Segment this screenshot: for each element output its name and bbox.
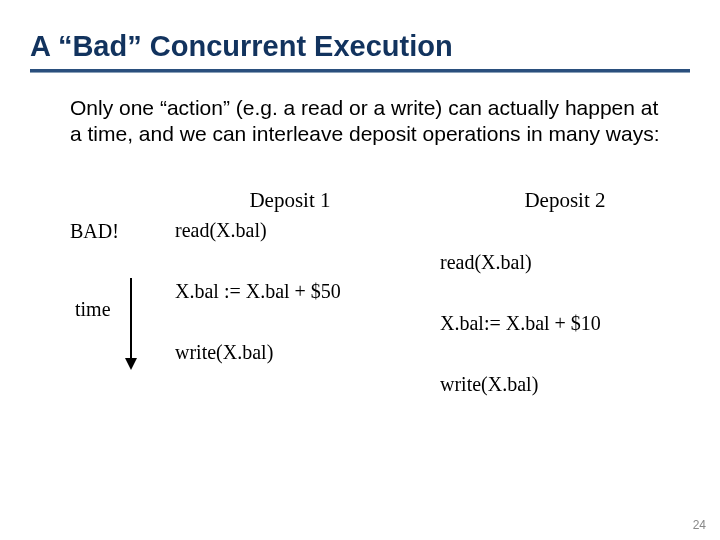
deposit-1-op-write: write(X.bal): [175, 341, 405, 364]
deposit-2-op-read: read(X.bal): [440, 251, 690, 274]
page-number: 24: [693, 518, 706, 532]
time-label: time: [75, 298, 111, 321]
deposit-2-op-write: write(X.bal): [440, 373, 690, 396]
deposit-1-op-assign: X.bal := X.bal + $50: [175, 280, 405, 303]
deposit-2-header: Deposit 2: [440, 188, 690, 213]
deposit-2-column: Deposit 2 read(X.bal) X.bal:= X.bal + $1…: [440, 188, 690, 402]
deposit-1-op-read: read(X.bal): [175, 219, 405, 242]
deposit-1-column: Deposit 1 read(X.bal) X.bal := X.bal + $…: [175, 188, 405, 370]
time-arrow-icon: [130, 278, 137, 370]
body-paragraph: Only one “action” (e.g. a read or a writ…: [70, 95, 670, 148]
deposit-1-header: Deposit 1: [175, 188, 405, 213]
diagram-area: BAD! time Deposit 1 read(X.bal) X.bal :=…: [30, 188, 690, 468]
bad-label: BAD!: [70, 220, 119, 243]
title-rule: [30, 69, 690, 73]
deposit-2-op-assign: X.bal:= X.bal + $10: [440, 312, 690, 335]
slide-title: A “Bad” Concurrent Execution: [30, 30, 690, 63]
